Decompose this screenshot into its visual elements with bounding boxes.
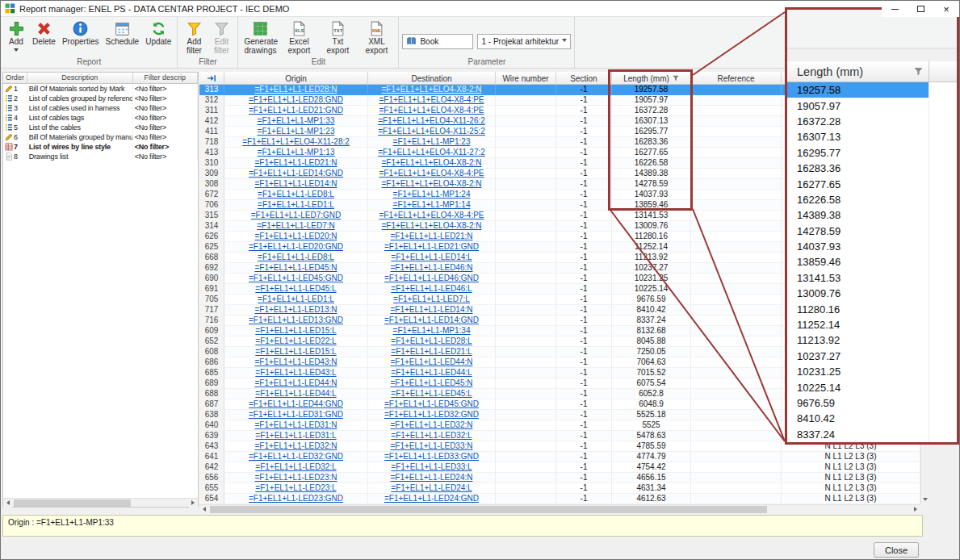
origin-link[interactable]: =F1+EL1+L1-LED45:N [254, 263, 337, 272]
table-row[interactable]: 642=F1+EL1+L1-LED32:L=F1+EL1+L1-LED33:L-… [199, 462, 929, 473]
scroll-left-icon[interactable] [3, 499, 12, 508]
origin-link[interactable]: =F1+EL1+L1-MP1:13 [258, 148, 335, 157]
origin-link[interactable]: =F1+EL1+L1-LED43:L [255, 368, 336, 377]
table-row[interactable]: 641=F1+EL1+L1-LED32:GND=F1+EL1+L1-LED33:… [199, 452, 929, 462]
origin-link[interactable]: =F1+EL1+L1-LED15:L [255, 326, 336, 335]
origin-link[interactable]: =F1+EL1+L1-LED21:N [254, 158, 337, 167]
destination-link[interactable]: =F1+EL1+L1+ELO4-X8-4:PE [379, 106, 484, 115]
origin-link[interactable]: =F1+EL1+L1-LED21:GND [249, 106, 343, 115]
column-header-reference[interactable]: Reference [691, 72, 782, 85]
book-combo[interactable]: Book [402, 34, 473, 49]
destination-link[interactable]: =F1+EL1+L1-LED32:N [390, 420, 472, 429]
origin-link[interactable]: =F1+EL1+L1-LED44:N [254, 378, 337, 387]
report-list-item[interactable]: 3List of cables used in harness<No filte… [3, 103, 198, 113]
destination-link[interactable]: =F1+EL1+L1-LED28:L [391, 336, 472, 345]
origin-link[interactable]: =F1+EL1+L1-LED22:L [255, 336, 336, 345]
destination-link[interactable]: =F1+EL1+L1-LED33:L [391, 462, 472, 471]
destination-link[interactable]: =F1+EL1+L1-MP1:23 [393, 137, 471, 146]
scroll-left-icon[interactable] [199, 505, 208, 514]
column-header-destination[interactable]: Destination [368, 72, 496, 85]
column-header-wire-number[interactable]: Wire number [496, 72, 556, 85]
toolbar-button-update[interactable]: Update [143, 19, 174, 48]
destination-link[interactable]: =F1+EL1+L1+ELO4-X8-2:N [382, 221, 482, 230]
origin-link[interactable]: =F1+EL1+L1-LED7:GND [251, 211, 341, 219]
table-row[interactable]: 656=F1+EL1+L1-LED23:N=F1+EL1+L1-LED24:N-… [199, 473, 929, 483]
destination-link[interactable]: =F1+EL1+L1-LED46:GND [384, 274, 479, 282]
toolbar-button-edit-filter[interactable]: Edit filter [208, 19, 234, 56]
scroll-right-icon[interactable] [189, 499, 198, 508]
destination-link[interactable]: =F1+EL1+L1-MP1:24 [393, 190, 471, 199]
toolbar-button-txt-export[interactable]: TXTTxt export [319, 19, 356, 56]
scrollbar-track[interactable] [208, 505, 912, 514]
destination-link[interactable]: =F1+EL1+L1-LED21:GND [384, 242, 479, 251]
destination-link[interactable]: =F1+EL1+L1-LED7:L [393, 295, 470, 303]
destination-link[interactable]: =F1+EL1+L1+ELO4-X11-27:2 [378, 148, 485, 157]
origin-link[interactable]: =F1+EL1+L1-LED1:L [258, 295, 334, 303]
destination-link[interactable]: =F1+EL1+L1+ELO4-X8-4:PE [379, 211, 484, 219]
destination-link[interactable]: =F1+EL1+L1-LED45:L [391, 389, 472, 398]
origin-link[interactable]: =F1+EL1+L1-LED1:L [258, 200, 334, 209]
origin-link[interactable]: =F1+EL1+L1-LED32:N [254, 441, 337, 450]
report-list-item[interactable]: 2List of cables grouped by reference<No … [3, 94, 198, 103]
origin-link[interactable]: =F1+EL1+L1-LED31:L [255, 431, 336, 440]
report-list-horizontal-scrollbar[interactable] [3, 498, 198, 507]
origin-link[interactable]: =F1+EL1+L1-LED23:N [254, 473, 337, 482]
toolbar-button-delete[interactable]: Delete [30, 19, 58, 48]
destination-link[interactable]: =F1+EL1+L1-LED33:GND [384, 452, 479, 461]
report-list-column-order[interactable]: Order [3, 73, 27, 84]
scrollbar-track[interactable] [12, 499, 189, 508]
destination-link[interactable]: =F1+EL1+L1-LED14:GND [384, 316, 479, 324]
origin-link[interactable]: =F1+EL1+L1-LED28:GND [249, 95, 343, 104]
destination-link[interactable]: =F1+EL1+L1+ELO4-X8-2:N [382, 179, 482, 188]
origin-link[interactable]: =F1+EL1+L1-LED45:GND [249, 274, 343, 282]
origin-link[interactable]: =F1+EL1+L1-LED44:GND [249, 399, 343, 408]
destination-link[interactable]: =F1+EL1+L1+ELO4-X8-4:PE [379, 95, 484, 104]
origin-link[interactable]: =F1+EL1+L1-LED31:GND [249, 410, 343, 419]
report-list-item[interactable]: 8Drawings list<No filter> [3, 152, 198, 161]
destination-link[interactable]: =F1+EL1+L1-LED32:GND [384, 410, 479, 419]
destination-link[interactable]: =F1+EL1+L1+ELO4-X8-2:N [382, 85, 482, 94]
destination-link[interactable]: =F1+EL1+L1-LED14:L [391, 253, 472, 261]
origin-link[interactable]: =F1+EL1+L1-LED45:L [255, 284, 336, 293]
column-header-rownum[interactable] [199, 72, 224, 85]
origin-link[interactable]: =F1+EL1+L1-LED13:N [254, 305, 337, 314]
toolbar-button-add-filter[interactable]: Add filter [181, 19, 207, 56]
destination-link[interactable]: =F1+EL1+L1-LED46:N [390, 263, 472, 272]
scroll-down-icon[interactable] [921, 495, 930, 504]
toolbar-button-generate-drawings[interactable]: Generate drawings [241, 19, 279, 56]
project-combo[interactable]: 1 - Projekat arhitekture [477, 34, 571, 49]
destination-link[interactable]: =F1+EL1+L1-LED46:L [391, 284, 472, 293]
report-list-column-description[interactable]: Description [27, 73, 133, 84]
destination-link[interactable]: =F1+EL1+L1-LED14:N [390, 305, 472, 314]
close-button[interactable]: × [933, 1, 959, 17]
scrollbar-thumb[interactable] [14, 499, 131, 507]
destination-link[interactable]: =F1+EL1+L1-LED44:L [391, 368, 472, 377]
origin-link[interactable]: =F1+EL1+L1-LED14:N [254, 179, 337, 188]
report-list-column-filter-descrip[interactable]: Filter descrip [133, 73, 198, 84]
origin-link[interactable]: =F1+EL1+L1+ELO4-X11-28:2 [242, 137, 350, 146]
origin-link[interactable]: =F1+EL1+L1-LED32:L [255, 462, 336, 471]
scrollbar-thumb[interactable] [210, 506, 767, 513]
origin-link[interactable]: =F1+EL1+L1-LED8:L [258, 253, 334, 261]
report-list-item[interactable]: 1Bill Of Materials sorted by Mark<No fil… [3, 84, 198, 94]
table-row[interactable]: 655=F1+EL1+L1-LED23:L=F1+EL1+L1-LED24:L-… [199, 483, 929, 494]
toolbar-button-properties[interactable]: Properties [60, 19, 102, 48]
scroll-right-icon[interactable] [912, 505, 920, 514]
origin-link[interactable]: =F1+EL1+L1-LED8:L [258, 190, 334, 199]
origin-link[interactable]: =F1+EL1+L1-LED23:GND [249, 494, 343, 503]
destination-link[interactable]: =F1+EL1+L1-LED45:N [390, 378, 472, 387]
origin-link[interactable]: =F1+EL1+L1-LED13:GND [249, 316, 343, 324]
destination-link[interactable]: =F1+EL1+L1-LED21:L [391, 347, 472, 356]
toolbar-button-schedule[interactable]: Schedule [103, 19, 141, 48]
origin-link[interactable]: =F1+EL1+L1-LED23:L [255, 483, 336, 492]
destination-link[interactable]: =F1+EL1+L1-LED24:GND [384, 494, 479, 503]
destination-link[interactable]: =F1+EL1+L1-LED45:GND [384, 399, 479, 408]
destination-link[interactable]: =F1+EL1+L1-LED21:N [390, 232, 472, 240]
destination-link[interactable]: =F1+EL1+L1-LED24:N [390, 473, 472, 482]
origin-link[interactable]: =F1+EL1+L1-MP1:33 [258, 116, 335, 125]
destination-link[interactable]: =F1+EL1+L1+ELO4-X11-25:2 [378, 127, 485, 136]
destination-link[interactable]: =F1+EL1+L1-MP1:34 [393, 326, 471, 335]
destination-link[interactable]: =F1+EL1+L1-LED44:N [390, 357, 472, 366]
origin-link[interactable]: =F1+EL1+L1-LED28:N [254, 85, 337, 94]
destination-link[interactable]: =F1+EL1+L1-MP1:14 [393, 200, 471, 209]
